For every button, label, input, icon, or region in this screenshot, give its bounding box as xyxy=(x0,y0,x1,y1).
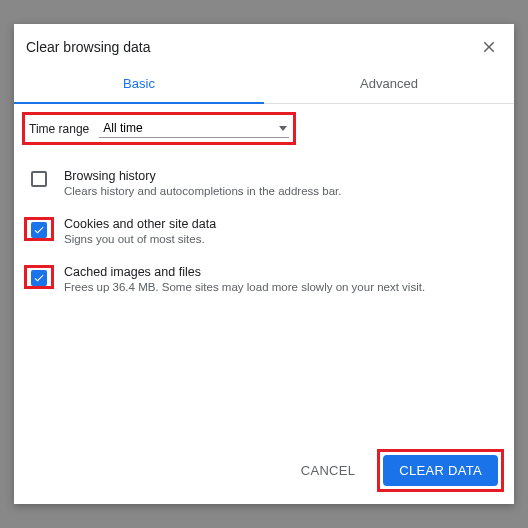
option-desc: Frees up 36.4 MB. Some sites may load mo… xyxy=(64,281,504,293)
option-text: Cached images and files Frees up 36.4 MB… xyxy=(54,265,504,293)
checkbox-wrap xyxy=(24,217,54,241)
close-icon[interactable] xyxy=(480,38,498,56)
option-desc: Signs you out of most sites. xyxy=(64,233,504,245)
option-title: Cookies and other site data xyxy=(64,217,504,231)
option-browsing-history: Browsing history Clears history and auto… xyxy=(22,159,506,207)
checkbox-wrap xyxy=(24,169,54,187)
option-title: Cached images and files xyxy=(64,265,504,279)
tab-basic[interactable]: Basic xyxy=(14,64,264,103)
checkbox-browsing-history[interactable] xyxy=(31,171,47,187)
time-range-value: All time xyxy=(103,121,142,135)
dialog-content: Time range All time Browsing history Cle… xyxy=(14,104,514,439)
dialog-title: Clear browsing data xyxy=(26,39,151,55)
option-text: Cookies and other site data Signs you ou… xyxy=(54,217,504,245)
time-range-row: Time range All time xyxy=(22,112,296,145)
chevron-down-icon xyxy=(279,126,287,131)
option-desc: Clears history and autocompletions in th… xyxy=(64,185,504,197)
cancel-button[interactable]: CANCEL xyxy=(291,455,366,486)
time-range-select[interactable]: All time xyxy=(99,119,289,138)
clear-browsing-data-dialog: Clear browsing data Basic Advanced Time … xyxy=(14,24,514,504)
clear-button-highlight: CLEAR DATA xyxy=(377,449,504,492)
option-text: Browsing history Clears history and auto… xyxy=(54,169,504,197)
checkbox-wrap xyxy=(24,265,54,289)
checkbox-cached[interactable] xyxy=(31,270,47,286)
dialog-actions: CANCEL CLEAR DATA xyxy=(14,439,514,504)
option-cached: Cached images and files Frees up 36.4 MB… xyxy=(22,255,506,303)
clear-data-button[interactable]: CLEAR DATA xyxy=(383,455,498,486)
tabs: Basic Advanced xyxy=(14,64,514,104)
option-cookies: Cookies and other site data Signs you ou… xyxy=(22,207,506,255)
dialog-header: Clear browsing data xyxy=(14,24,514,64)
tab-advanced[interactable]: Advanced xyxy=(264,64,514,103)
checkbox-cookies[interactable] xyxy=(31,222,47,238)
option-title: Browsing history xyxy=(64,169,504,183)
time-range-label: Time range xyxy=(29,122,89,136)
